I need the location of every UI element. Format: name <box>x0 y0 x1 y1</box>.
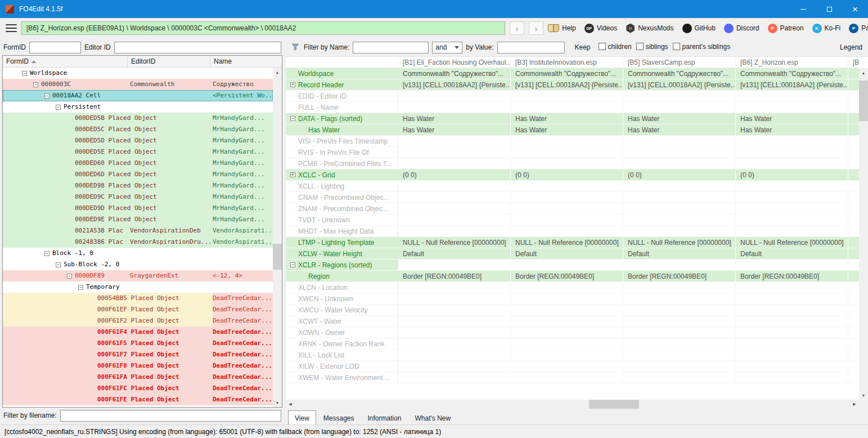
filter-by-value-input[interactable] <box>497 42 565 53</box>
grid-cell[interactable]: Commonwealth "Содружество"... <box>511 68 623 79</box>
grid-row[interactable]: XWEM - Water Environment ... <box>286 372 859 383</box>
grid-horizontal-scrollbar[interactable] <box>286 400 868 409</box>
filter-by-name-input[interactable] <box>353 42 429 53</box>
grid-cell[interactable] <box>398 293 511 304</box>
grid-cell[interactable] <box>511 327 623 338</box>
grid-cell[interactable] <box>398 226 511 236</box>
grid-cell[interactable]: Border [REGN:00049BE0] <box>736 271 848 281</box>
grid-row[interactable]: XCLW - Water HeightDefaultDefaultDefault… <box>286 248 859 260</box>
grid-cell[interactable] <box>511 282 623 293</box>
grid-cell[interactable]: Has Water <box>511 124 623 135</box>
tree-row[interactable]: Temporary <box>3 281 273 293</box>
grid-row[interactable]: XILW - Exterior LOD <box>286 361 859 372</box>
grid-cell[interactable] <box>623 293 736 304</box>
grid-cell[interactable]: Border [REGN:00049BE0] <box>511 271 623 281</box>
grid-row[interactable]: XCWT - Water <box>286 316 859 327</box>
tree-row[interactable]: 000DED5C Placed ObjectMrHandyGard... <box>3 124 273 135</box>
link-videos[interactable]: GPVideos <box>584 24 617 33</box>
grid-cell[interactable] <box>511 214 623 225</box>
grid-row[interactable]: RVIS - In PreVis File Of <box>286 147 859 158</box>
tree-row[interactable]: 000F61F7 Placed ObjectDeadTreeCedar... <box>3 349 273 360</box>
grid-cell[interactable] <box>398 147 511 158</box>
scroll-down-icon[interactable] <box>273 398 282 407</box>
grid-cell[interactable]: Has Water <box>623 113 736 124</box>
grid-cell[interactable] <box>623 91 736 101</box>
grid-cell[interactable] <box>736 316 848 327</box>
tree-row[interactable]: Persistent <box>3 101 273 113</box>
tab-what-s-new[interactable]: What's New <box>409 412 457 424</box>
tree-vertical-scrollbar[interactable] <box>273 68 282 407</box>
minimize-button[interactable] <box>790 0 816 18</box>
grid-cell[interactable] <box>398 260 511 270</box>
grid-row[interactable]: XWCN - Unknown <box>286 293 859 305</box>
tree-row[interactable]: 0000DF89GraygardenExt<-12, 4> <box>3 270 273 281</box>
grid-cell[interactable]: [v131] [CELL:00018AA2] {Persiste... <box>511 79 623 90</box>
grid-cell[interactable] <box>398 102 511 113</box>
filter-operator-select[interactable]: and <box>432 42 462 53</box>
tab-view[interactable]: View <box>288 410 316 424</box>
tree-row[interactable]: Block -1, 0 <box>3 248 273 259</box>
grid-cell[interactable] <box>511 203 623 214</box>
grid-cell[interactable] <box>511 102 623 113</box>
tab-messages[interactable]: Messages <box>317 412 361 424</box>
link-paypal[interactable]: PPayPal <box>849 24 868 33</box>
grid-row[interactable]: EDID - Editor ID <box>286 91 859 102</box>
nav-back-button[interactable] <box>510 21 524 35</box>
scroll-up-icon[interactable] <box>273 68 282 77</box>
expand-icon[interactable] <box>290 82 295 87</box>
collapse-icon[interactable] <box>56 262 61 267</box>
tree-row[interactable]: 000F61FA Placed ObjectDeadTreeCedar... <box>3 372 273 383</box>
grid-cell[interactable] <box>623 338 736 349</box>
grid-cell[interactable] <box>398 327 511 338</box>
link-help[interactable]: Help <box>548 24 576 32</box>
column-header[interactable]: [B6] Z_Horizon.esp <box>736 57 848 68</box>
grid-cell[interactable] <box>511 158 623 169</box>
grid-cell[interactable] <box>398 192 511 203</box>
grid-cell[interactable] <box>736 282 848 293</box>
grid-cell[interactable] <box>736 372 848 383</box>
grid-cell[interactable] <box>511 372 623 383</box>
checkbox-icon[interactable] <box>673 43 680 50</box>
grid-row[interactable]: XRNK - Owner Faction Rank <box>286 338 859 350</box>
grid-cell[interactable] <box>511 136 623 146</box>
grid-cell[interactable] <box>623 350 736 360</box>
grid-cell[interactable]: Default <box>623 248 736 259</box>
grid-cell[interactable] <box>398 136 511 146</box>
grid-cell[interactable] <box>623 372 736 383</box>
grid-row[interactable]: XWCU - Water Velocity <box>286 305 859 316</box>
tree-row[interactable]: 000F61F8 Placed ObjectDeadTreeCedar... <box>3 360 273 372</box>
keep-option-parent-s-siblings[interactable]: parent's siblings <box>673 43 731 51</box>
grid-cell[interactable]: (0 0) <box>736 169 848 180</box>
grid-cell[interactable] <box>398 361 511 372</box>
keep-option-children[interactable]: children <box>599 43 632 51</box>
grid-cell[interactable] <box>511 147 623 158</box>
tree-row[interactable]: 000DED98 Placed ObjectMrHandyGard... <box>3 180 273 191</box>
grid-cell[interactable]: Default <box>736 248 848 259</box>
column-header-name[interactable]: Name <box>210 56 282 67</box>
scroll-left-icon[interactable] <box>286 400 295 409</box>
tree-row[interactable]: 000F61F2 Placed ObjectDeadTreeCedar... <box>3 315 273 327</box>
grid-row[interactable]: FULL - Name <box>286 102 859 113</box>
link-discord[interactable]: Discord <box>724 24 759 33</box>
keep-option-siblings[interactable]: siblings <box>636 43 668 51</box>
tree-row[interactable]: Sub-Block -2, 0 <box>3 259 273 270</box>
checkbox-icon[interactable] <box>636 43 644 50</box>
grid-cell[interactable] <box>398 214 511 225</box>
tree-row[interactable]: 000DED5B Placed ObjectMrHandyGard... <box>3 113 273 124</box>
tree-row[interactable]: 000F61F5 Placed ObjectDeadTreeCedar... <box>3 338 273 349</box>
filename-filter-input[interactable] <box>60 410 281 422</box>
grid-cell[interactable]: [v131] [CELL:00018AA2] {Persiste... <box>623 79 736 90</box>
tree-row[interactable]: 000F61FC Placed ObjectDeadTreeCedar... <box>3 383 273 394</box>
grid-row[interactable]: Has WaterHas WaterHas WaterHas WaterHas … <box>286 124 859 136</box>
grid-cell[interactable] <box>736 136 848 146</box>
expand-icon[interactable] <box>290 172 295 177</box>
grid-cell[interactable] <box>623 102 736 113</box>
grid-row[interactable]: PCMB - PreCombined Files T... <box>286 158 859 169</box>
grid-row[interactable]: XOWN - Owner <box>286 327 859 338</box>
grid-row[interactable]: MHDT - Max Height Data <box>286 226 859 237</box>
grid-cell[interactable] <box>736 293 848 304</box>
grid-row[interactable]: VISI - PreVis Files Timestamp <box>286 136 859 147</box>
grid-cell[interactable]: NULL - Null Reference [00000000] <box>511 237 623 248</box>
grid-row[interactable]: TVDT - Unknown <box>286 214 859 226</box>
grid-cell[interactable]: Has Water <box>398 113 511 124</box>
